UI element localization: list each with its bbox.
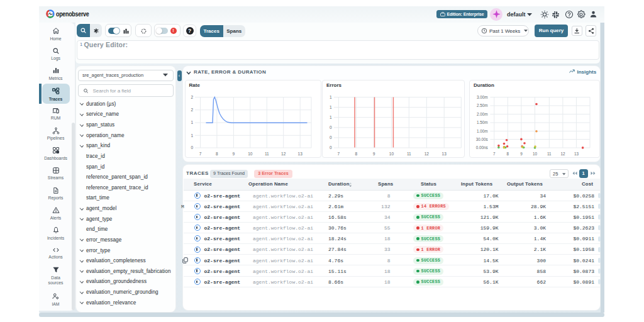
svg-text:1: 1: [330, 95, 332, 99]
svg-text:12: 12: [281, 152, 286, 156]
svg-text:13: 13: [297, 152, 303, 156]
svg-text:1: 1: [191, 120, 193, 125]
svg-text:2: 2: [191, 95, 193, 99]
svg-text:1: 1: [330, 105, 332, 109]
svg-text:8: 8: [507, 152, 509, 156]
svg-text:2.00m: 2.00m: [477, 112, 488, 116]
svg-text:0: 0: [330, 125, 332, 130]
svg-text:3.00m: 3.00m: [477, 95, 488, 99]
svg-text:1: 1: [330, 115, 332, 119]
svg-text:11: 11: [547, 152, 552, 156]
svg-text:9: 9: [373, 152, 375, 156]
svg-text:8: 8: [355, 152, 357, 156]
svg-text:0.00ns: 0.00ns: [476, 145, 488, 150]
svg-text:9: 9: [520, 152, 523, 156]
svg-text:1.00m: 1.00m: [477, 129, 488, 133]
svg-text:13: 13: [574, 152, 579, 156]
svg-text:2: 2: [191, 108, 193, 112]
svg-text:10: 10: [389, 152, 394, 156]
svg-text:0: 0: [330, 135, 332, 140]
svg-text:10: 10: [248, 152, 253, 156]
svg-text:7: 7: [493, 152, 496, 156]
svg-text:11: 11: [407, 152, 411, 156]
svg-text:10: 10: [533, 152, 538, 156]
svg-text:1.50m: 1.50m: [477, 120, 488, 125]
svg-text:13: 13: [442, 152, 447, 156]
svg-text:12: 12: [425, 152, 430, 156]
svg-text:7: 7: [338, 152, 340, 156]
svg-text:1: 1: [191, 133, 193, 138]
svg-text:0: 0: [191, 145, 193, 150]
svg-text:0: 0: [330, 145, 332, 150]
svg-text:30.00s: 30.00s: [476, 137, 488, 142]
svg-text:7: 7: [199, 152, 201, 156]
svg-text:11: 11: [264, 152, 269, 156]
svg-text:12: 12: [560, 152, 565, 156]
svg-text:8: 8: [216, 152, 218, 156]
svg-text:2.50m: 2.50m: [477, 103, 488, 108]
svg-text:9: 9: [232, 152, 235, 156]
